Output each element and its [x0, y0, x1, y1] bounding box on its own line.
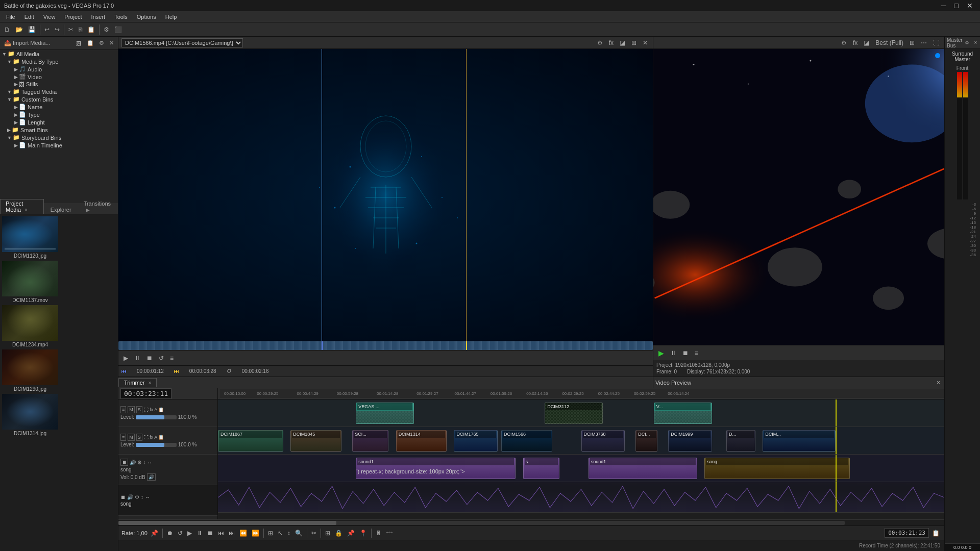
menu-options[interactable]: Options	[133, 13, 160, 21]
bt-region[interactable]: 📍	[358, 529, 369, 538]
trimmer-stop-btn[interactable]: ⏹	[144, 354, 155, 363]
cut-button[interactable]: ✂	[66, 25, 76, 34]
tree-stills[interactable]: ▶ 🖼 Stills	[0, 81, 118, 88]
vp-grid-btn[interactable]: ⊞	[908, 38, 917, 47]
trimmer-grid-btn[interactable]: ⊞	[629, 38, 639, 47]
bt-ripple[interactable]: ↕	[286, 529, 292, 538]
tab-project-media[interactable]: Project Media ×	[0, 199, 44, 214]
trimmer-fx-btn[interactable]: fx	[607, 38, 616, 47]
menu-help[interactable]: Help	[161, 13, 181, 21]
bt-wave[interactable]: 〰	[385, 529, 394, 538]
trimmer-settings-btn[interactable]: ⚙	[595, 38, 605, 47]
track-v2-mute[interactable]: M	[128, 434, 135, 441]
bt-loop[interactable]: ↺	[176, 529, 184, 538]
trimmer-play-btn[interactable]: ▶	[121, 354, 130, 363]
vp-more-btn[interactable]: ⋯	[919, 38, 929, 47]
track-audio-mute[interactable]: ⏹	[120, 459, 128, 466]
track-v1-mute[interactable]: M	[128, 406, 135, 413]
close-button[interactable]: ✕	[964, 2, 976, 10]
tab-transitions[interactable]: Transitions ▶	[78, 199, 117, 214]
thumb-dcim1120[interactable]: DCIM1120.jpg	[2, 216, 58, 259]
bt-grid[interactable]: ⊞	[324, 529, 332, 538]
tab-trimmer[interactable]: Trimmer ×	[118, 378, 157, 387]
new-button[interactable]: 🗋	[2, 25, 12, 34]
menu-project[interactable]: Project	[60, 13, 86, 21]
tree-all-media[interactable]: ▼ 📁 All Media	[0, 50, 118, 58]
thumb-dcim1314[interactable]: DCIM1314.jpg	[2, 394, 58, 436]
save-button[interactable]: 💾	[26, 25, 38, 34]
bt-prev[interactable]: ⏮	[216, 529, 226, 538]
tree-lenght[interactable]: ▶ 📄 Lenght	[0, 118, 118, 126]
menu-view[interactable]: View	[39, 13, 60, 21]
maximize-button[interactable]: □	[951, 2, 962, 10]
thumb-dcim1290[interactable]: DCIM1290.jpg	[2, 349, 58, 392]
vp-settings-btn[interactable]: ⚙	[839, 38, 849, 47]
menu-tools[interactable]: Tools	[110, 13, 132, 21]
clip-sound1-a[interactable]: sound1 ') repeat-x; background-size: 100…	[356, 458, 516, 479]
thumb-dcim1137[interactable]: DCIM1137.mov	[2, 261, 58, 303]
clip-sound-s[interactable]: s...	[523, 458, 559, 479]
tree-storyboard-bins[interactable]: ▼ 📁 Storyboard Bins	[0, 134, 118, 141]
vp-fullscreen-btn[interactable]: ⛶	[931, 38, 941, 47]
open-button[interactable]: 📂	[13, 25, 25, 34]
tree-type[interactable]: ▶ 📄 Type	[0, 111, 118, 118]
tree-tagged-media[interactable]: ▼ 📁 Tagged Media	[0, 88, 118, 95]
tree-custom-bins[interactable]: ▼ 📁 Custom Bins	[0, 95, 118, 103]
clip-d2[interactable]: D...	[726, 430, 755, 452]
bt-split[interactable]: ✂	[310, 529, 318, 538]
clip-song[interactable]: song	[704, 458, 850, 479]
trimmer-close-btn[interactable]: ✕	[641, 38, 650, 47]
bt-normalize[interactable]: 🎚	[374, 529, 383, 538]
scrollbar-track[interactable]	[118, 521, 845, 525]
minimize-button[interactable]: ─	[938, 2, 949, 10]
clip-dcim1566[interactable]: DCIM1566	[501, 430, 552, 452]
undo-button[interactable]: ↩	[42, 25, 52, 34]
bt-snap[interactable]: ⊞	[266, 529, 275, 538]
bt-record[interactable]: ⏺	[165, 529, 175, 538]
pm-close-btn[interactable]: ✕	[107, 39, 116, 47]
tab-pm-close[interactable]: ×	[24, 207, 28, 213]
clip-dcim1999[interactable]: DCIM1999	[668, 430, 712, 452]
bt-icon1[interactable]: 📌	[149, 529, 160, 538]
vp-stop-btn[interactable]: ⏹	[680, 348, 691, 358]
render-button[interactable]: ⬛	[112, 25, 124, 34]
tab-trimmer-close[interactable]: ×	[149, 380, 152, 386]
import-media-button[interactable]: 📥 Import Media...	[2, 39, 52, 47]
tree-smart-bins[interactable]: ▶ 📁 Smart Bins	[0, 126, 118, 134]
bt-tc-format[interactable]: 📋	[930, 529, 941, 538]
tree-main-timeline[interactable]: ▶ 📄 Main Timeline	[0, 141, 118, 149]
clip-dcim1867[interactable]: DCIM1867	[218, 430, 283, 452]
tree-video[interactable]: ▶ 🎬 Video	[0, 73, 118, 81]
copy-button[interactable]: ⎘	[77, 25, 84, 34]
clip-dcim1314[interactable]: DCIM1314	[396, 430, 447, 452]
bt-stop[interactable]: ⏹	[206, 529, 215, 538]
bt-pause[interactable]: ⏸	[195, 529, 204, 538]
clip-v3[interactable]: V...	[654, 403, 712, 424]
vp-pause-btn[interactable]: ⏸	[668, 348, 678, 358]
trimmer-dropdown[interactable]: DCIM1566.mp4 [C:\User\Footage\Gaming\]	[121, 38, 243, 47]
bt-zoom[interactable]: 🔍	[293, 529, 304, 538]
menu-edit[interactable]: Edit	[20, 13, 38, 21]
track-v1-level-slider[interactable]	[136, 415, 177, 419]
track-v2-settings[interactable]: ≡	[120, 434, 126, 441]
bt-select[interactable]: ↖	[276, 529, 284, 538]
vp-fx-btn[interactable]: fx	[851, 38, 860, 47]
pm-btn1[interactable]: 🖼	[74, 39, 84, 47]
bt-lock[interactable]: 🔒	[333, 529, 344, 538]
clip-dcim1845[interactable]: DCIM1845	[290, 430, 341, 452]
track-v1-settings[interactable]: ≡	[120, 406, 126, 413]
trimmer-pause-btn[interactable]: ⏸	[132, 354, 142, 363]
paste-button[interactable]: 📋	[85, 25, 97, 34]
vp-tab-close[interactable]: ×	[935, 378, 942, 387]
bt-end[interactable]: ⏩	[250, 529, 261, 538]
rp-close-btn[interactable]: ×	[972, 39, 979, 46]
tree-name[interactable]: ▶ 📄 Name	[0, 103, 118, 111]
tab-explorer[interactable]: Explorer	[45, 205, 77, 214]
settings-button[interactable]: ⚙	[102, 25, 111, 34]
trimmer-scrubbar[interactable]	[118, 341, 653, 350]
clip-dcim3768[interactable]: DCIM3768	[581, 430, 625, 452]
vp-play-btn[interactable]: ▶	[656, 348, 666, 358]
bt-marker[interactable]: 📌	[346, 529, 356, 538]
vp-sc-btn[interactable]: ◪	[862, 38, 871, 47]
clip-dcimx[interactable]: DCIM...	[763, 430, 835, 452]
